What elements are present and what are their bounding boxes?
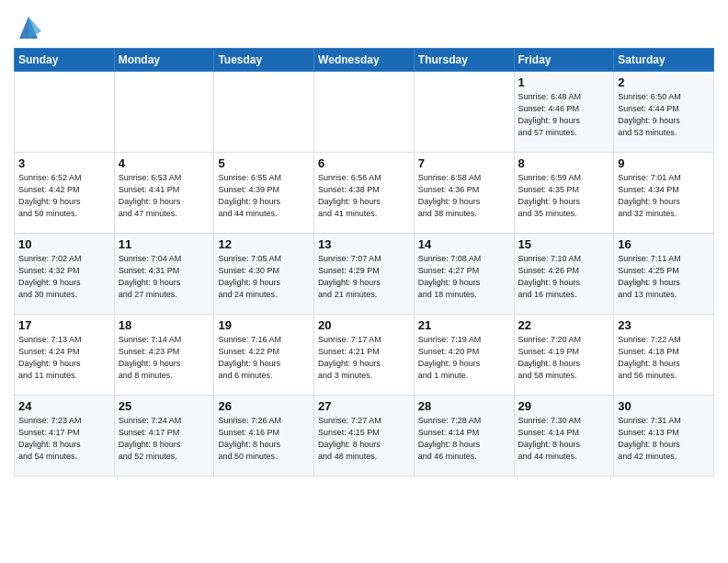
day-number: 20 (318, 318, 410, 332)
day-number: 11 (119, 237, 210, 251)
day-cell: 10Sunrise: 7:02 AM Sunset: 4:32 PM Dayli… (15, 234, 115, 315)
day-info: Sunrise: 6:59 AM Sunset: 4:35 PM Dayligh… (518, 172, 610, 220)
day-info: Sunrise: 6:55 AM Sunset: 4:39 PM Dayligh… (218, 172, 310, 220)
day-cell: 11Sunrise: 7:04 AM Sunset: 4:31 PM Dayli… (114, 234, 214, 315)
weekday-saturday: Saturday (614, 49, 714, 72)
day-cell: 8Sunrise: 6:59 AM Sunset: 4:35 PM Daylig… (514, 153, 614, 234)
day-info: Sunrise: 7:19 AM Sunset: 4:20 PM Dayligh… (418, 334, 510, 382)
day-number: 25 (119, 399, 210, 413)
day-number: 15 (518, 237, 610, 251)
day-info: Sunrise: 7:26 AM Sunset: 4:16 PM Dayligh… (218, 415, 310, 463)
day-number: 19 (218, 318, 310, 332)
day-cell: 27Sunrise: 7:27 AM Sunset: 4:15 PM Dayli… (314, 396, 415, 477)
day-cell: 30Sunrise: 7:31 AM Sunset: 4:13 PM Dayli… (614, 396, 714, 477)
day-number: 2 (618, 75, 710, 89)
day-info: Sunrise: 6:48 AM Sunset: 4:46 PM Dayligh… (518, 91, 610, 139)
day-cell (114, 72, 214, 153)
day-info: Sunrise: 7:22 AM Sunset: 4:18 PM Dayligh… (618, 334, 710, 382)
day-info: Sunrise: 7:11 AM Sunset: 4:25 PM Dayligh… (618, 253, 710, 301)
day-cell: 16Sunrise: 7:11 AM Sunset: 4:25 PM Dayli… (614, 234, 714, 315)
day-number: 28 (418, 399, 510, 413)
week-row-2: 3Sunrise: 6:52 AM Sunset: 4:42 PM Daylig… (15, 153, 714, 234)
day-info: Sunrise: 7:07 AM Sunset: 4:29 PM Dayligh… (318, 253, 410, 301)
weekday-wednesday: Wednesday (314, 49, 415, 72)
day-cell: 29Sunrise: 7:30 AM Sunset: 4:14 PM Dayli… (514, 396, 614, 477)
day-number: 24 (18, 399, 110, 413)
day-cell (214, 72, 314, 153)
day-number: 3 (18, 156, 110, 170)
day-number: 6 (318, 156, 410, 170)
week-row-3: 10Sunrise: 7:02 AM Sunset: 4:32 PM Dayli… (15, 234, 714, 315)
day-cell: 18Sunrise: 7:14 AM Sunset: 4:23 PM Dayli… (114, 315, 214, 396)
day-cell: 23Sunrise: 7:22 AM Sunset: 4:18 PM Dayli… (614, 315, 714, 396)
day-number: 4 (119, 156, 210, 170)
day-info: Sunrise: 6:58 AM Sunset: 4:36 PM Dayligh… (418, 172, 510, 220)
day-cell: 26Sunrise: 7:26 AM Sunset: 4:16 PM Dayli… (214, 396, 314, 477)
day-number: 23 (618, 318, 710, 332)
day-number: 29 (518, 399, 610, 413)
weekday-sunday: Sunday (15, 49, 115, 72)
day-number: 12 (218, 237, 310, 251)
day-info: Sunrise: 7:23 AM Sunset: 4:17 PM Dayligh… (18, 415, 110, 463)
day-cell: 7Sunrise: 6:58 AM Sunset: 4:36 PM Daylig… (414, 153, 514, 234)
day-info: Sunrise: 7:04 AM Sunset: 4:31 PM Dayligh… (119, 253, 210, 301)
day-number: 1 (518, 75, 610, 89)
day-info: Sunrise: 7:20 AM Sunset: 4:19 PM Dayligh… (518, 334, 610, 382)
day-number: 22 (518, 318, 610, 332)
day-number: 10 (18, 237, 110, 251)
day-info: Sunrise: 7:16 AM Sunset: 4:22 PM Dayligh… (218, 334, 310, 382)
day-cell: 20Sunrise: 7:17 AM Sunset: 4:21 PM Dayli… (314, 315, 415, 396)
day-info: Sunrise: 6:53 AM Sunset: 4:41 PM Dayligh… (119, 172, 210, 220)
day-cell: 22Sunrise: 7:20 AM Sunset: 4:19 PM Dayli… (514, 315, 614, 396)
day-info: Sunrise: 7:24 AM Sunset: 4:17 PM Dayligh… (119, 415, 210, 463)
weekday-thursday: Thursday (414, 49, 514, 72)
day-info: Sunrise: 7:10 AM Sunset: 4:26 PM Dayligh… (518, 253, 610, 301)
week-row-4: 17Sunrise: 7:13 AM Sunset: 4:24 PM Dayli… (15, 315, 714, 396)
day-number: 14 (418, 237, 510, 251)
day-cell: 1Sunrise: 6:48 AM Sunset: 4:46 PM Daylig… (514, 72, 614, 153)
logo-icon (16, 13, 41, 42)
day-info: Sunrise: 7:30 AM Sunset: 4:14 PM Dayligh… (518, 415, 610, 463)
weekday-header-row: SundayMondayTuesdayWednesdayThursdayFrid… (15, 49, 714, 72)
day-number: 7 (418, 156, 510, 170)
day-info: Sunrise: 7:28 AM Sunset: 4:14 PM Dayligh… (418, 415, 510, 463)
day-cell (15, 72, 115, 153)
day-cell: 9Sunrise: 7:01 AM Sunset: 4:34 PM Daylig… (614, 153, 714, 234)
day-info: Sunrise: 6:50 AM Sunset: 4:44 PM Dayligh… (618, 91, 710, 139)
day-info: Sunrise: 7:17 AM Sunset: 4:21 PM Dayligh… (318, 334, 410, 382)
day-number: 5 (218, 156, 310, 170)
day-number: 21 (418, 318, 510, 332)
day-info: Sunrise: 7:13 AM Sunset: 4:24 PM Dayligh… (18, 334, 110, 382)
day-cell: 19Sunrise: 7:16 AM Sunset: 4:22 PM Dayli… (214, 315, 314, 396)
day-info: Sunrise: 7:27 AM Sunset: 4:15 PM Dayligh… (318, 415, 410, 463)
day-cell: 3Sunrise: 6:52 AM Sunset: 4:42 PM Daylig… (15, 153, 115, 234)
day-cell: 25Sunrise: 7:24 AM Sunset: 4:17 PM Dayli… (114, 396, 214, 477)
day-number: 13 (318, 237, 410, 251)
day-info: Sunrise: 7:31 AM Sunset: 4:13 PM Dayligh… (618, 415, 710, 463)
day-cell (414, 72, 514, 153)
day-cell: 17Sunrise: 7:13 AM Sunset: 4:24 PM Dayli… (15, 315, 115, 396)
day-info: Sunrise: 7:05 AM Sunset: 4:30 PM Dayligh… (218, 253, 310, 301)
logo (14, 13, 41, 42)
day-number: 9 (618, 156, 710, 170)
day-info: Sunrise: 7:02 AM Sunset: 4:32 PM Dayligh… (18, 253, 110, 301)
day-cell: 6Sunrise: 6:56 AM Sunset: 4:38 PM Daylig… (314, 153, 415, 234)
day-cell: 28Sunrise: 7:28 AM Sunset: 4:14 PM Dayli… (414, 396, 514, 477)
day-number: 26 (218, 399, 310, 413)
header (14, 9, 714, 42)
day-info: Sunrise: 6:52 AM Sunset: 4:42 PM Dayligh… (18, 172, 110, 220)
day-cell (314, 72, 415, 153)
day-cell: 15Sunrise: 7:10 AM Sunset: 4:26 PM Dayli… (514, 234, 614, 315)
day-number: 8 (518, 156, 610, 170)
day-cell: 24Sunrise: 7:23 AM Sunset: 4:17 PM Dayli… (15, 396, 115, 477)
day-cell: 5Sunrise: 6:55 AM Sunset: 4:39 PM Daylig… (214, 153, 314, 234)
day-number: 30 (618, 399, 710, 413)
week-row-1: 1Sunrise: 6:48 AM Sunset: 4:46 PM Daylig… (15, 72, 714, 153)
day-number: 27 (318, 399, 410, 413)
weekday-monday: Monday (114, 49, 214, 72)
day-info: Sunrise: 6:56 AM Sunset: 4:38 PM Dayligh… (318, 172, 410, 220)
week-row-5: 24Sunrise: 7:23 AM Sunset: 4:17 PM Dayli… (15, 396, 714, 477)
weekday-friday: Friday (514, 49, 614, 72)
page: SundayMondayTuesdayWednesdayThursdayFrid… (0, 0, 728, 490)
day-info: Sunrise: 7:01 AM Sunset: 4:34 PM Dayligh… (618, 172, 710, 220)
